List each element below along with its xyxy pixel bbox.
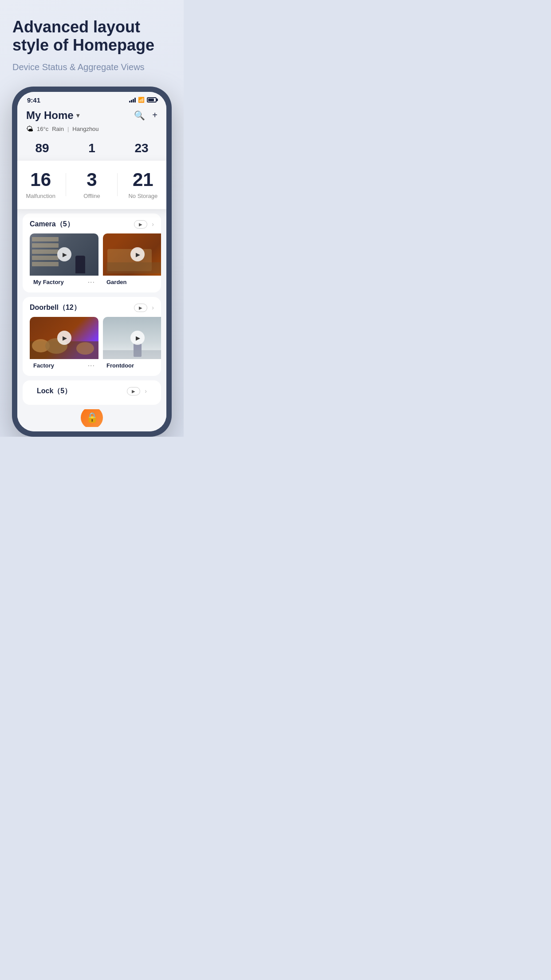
camera-name-garden: Garden: [106, 279, 127, 285]
camera-label-garden: Garden ···: [103, 276, 161, 288]
spice-pile-3: [76, 342, 94, 355]
factory-shelf: [32, 237, 59, 270]
weather-condition: Rain: [52, 126, 64, 132]
stat-item-2: 1: [67, 141, 117, 155]
camera-card-garden[interactable]: ▶ Garden ···: [103, 233, 161, 288]
camera-card-factory[interactable]: ▶ My Factory ···: [30, 233, 98, 288]
phone-mockup: 9:41 📶: [12, 87, 172, 437]
stat-item-3: 23: [117, 141, 166, 155]
stat-number-3: 23: [117, 141, 166, 155]
orange-hint-section: 🔒: [17, 409, 166, 427]
weather-bar: 🌤 16°c Rain | Hangzhou: [17, 124, 166, 138]
battery-fill: [148, 99, 154, 101]
chevron-down-icon: ▾: [76, 112, 79, 119]
play-triangle-icon-frontdoor: ▶: [136, 335, 140, 341]
signal-bar-1: [129, 101, 130, 103]
no-storage-stat: 21 No Storage: [118, 170, 166, 199]
malfunction-label: Malfunction: [17, 193, 66, 199]
play-icon: ▶: [139, 222, 142, 227]
signal-icon: [129, 97, 136, 103]
lock-section-title: Lock（5）: [37, 387, 71, 396]
malfunction-stat: 16 Malfunction: [17, 170, 66, 199]
camera-chevron-right-icon[interactable]: ›: [152, 221, 154, 228]
camera-section-card: Camera（5） ▶ ›: [23, 213, 161, 292]
doorbell-section-card: Doorbell（12） ▶ ›: [23, 297, 161, 376]
weather-icon: 🌤: [26, 125, 33, 133]
headline-section: Advanced layout style of Homepage Device…: [0, 0, 184, 87]
camera-name-factory: My Factory: [33, 279, 64, 285]
doorbell-thumb-frontdoor: ▶: [103, 317, 161, 359]
doorbell-section-actions: ▶ ›: [134, 304, 154, 312]
lock-chevron-right-icon[interactable]: ›: [145, 387, 147, 395]
offline-number: 3: [66, 170, 117, 189]
shelf-row-4: [32, 256, 59, 260]
signal-bar-2: [131, 100, 132, 103]
garden-sofa-base: [106, 262, 161, 273]
doorbell-scroll[interactable]: ▶ Factory ···: [23, 317, 161, 371]
signal-bar-3: [133, 99, 134, 103]
device-section: Camera（5） ▶ ›: [17, 213, 166, 431]
shelf-row-1: [32, 237, 59, 241]
camera-section-actions: ▶ ›: [134, 220, 154, 229]
offline-stat: 3 Offline: [66, 170, 117, 199]
camera-scroll[interactable]: ▶ My Factory ···: [23, 233, 161, 288]
camera-thumb-factory: ▶: [30, 233, 98, 276]
doorbell-label-factory: Factory ···: [30, 359, 98, 371]
camera-more-icon-factory[interactable]: ···: [88, 278, 95, 286]
play-circle-factory: ▶: [57, 247, 71, 261]
status-icons: 📶: [129, 97, 157, 103]
floor-decor: [103, 350, 161, 359]
camera-thumb-garden: ▶: [103, 233, 161, 276]
shelf-row-2: [32, 243, 59, 248]
doorbell-play-icon: ▶: [139, 305, 142, 310]
app-header: My Home ▾ 🔍 +: [17, 106, 166, 124]
doorbell-card-factory[interactable]: ▶ Factory ···: [30, 317, 98, 371]
play-circle-frontdoor: ▶: [130, 331, 145, 345]
headline-subtitle: Device Status & Aggregate Views: [12, 61, 171, 73]
doorbell-name-frontdoor: Frontdoor: [106, 362, 134, 369]
no-storage-number: 21: [118, 170, 166, 189]
doorbell-more-icon-factory[interactable]: ···: [88, 362, 95, 370]
stat-item-1: 89: [17, 141, 67, 155]
doorbell-section-title: Doorbell（12）: [30, 303, 81, 312]
status-bar: 9:41 📶: [17, 92, 166, 106]
shelf-row-3: [32, 249, 59, 254]
stats-section: 89 1 23: [17, 138, 166, 161]
lock-section-card: Lock（5） ▶ ›: [23, 380, 161, 405]
battery-icon: [147, 97, 157, 103]
no-storage-label: No Storage: [118, 193, 166, 199]
factory-person-figure: [75, 256, 85, 273]
wifi-icon: 📶: [138, 97, 145, 103]
lock-icon: 🔒: [81, 409, 103, 427]
play-circle-doorbell-factory: ▶: [57, 331, 71, 345]
doorbell-name-factory: Factory: [33, 362, 54, 369]
doorbell-section-header: Doorbell（12） ▶ ›: [23, 303, 161, 317]
play-triangle-icon-garden: ▶: [136, 251, 140, 258]
play-circle-garden: ▶: [130, 247, 145, 261]
offline-label: Offline: [66, 193, 117, 199]
phone-shell: 9:41 📶: [12, 87, 172, 437]
header-actions: 🔍 +: [134, 110, 157, 121]
lock-section-actions: ▶ ›: [127, 387, 147, 395]
stat-number-2: 1: [67, 141, 117, 155]
doorbell-label-frontdoor: Frontdoor ···: [103, 359, 161, 371]
lock-play-all-button[interactable]: ▶: [127, 387, 140, 395]
weather-location: Hangzhou: [72, 126, 98, 132]
status-time: 9:41: [27, 96, 40, 104]
home-title-container[interactable]: My Home ▾: [26, 109, 79, 122]
shelf-row-5: [32, 262, 59, 266]
weather-divider: |: [67, 126, 69, 132]
doorbell-thumb-factory: ▶: [30, 317, 98, 359]
play-triangle-icon: ▶: [63, 251, 67, 258]
add-icon[interactable]: +: [152, 110, 157, 120]
camera-label-factory: My Factory ···: [30, 276, 98, 288]
camera-play-all-button[interactable]: ▶: [134, 220, 147, 229]
doorbell-card-frontdoor[interactable]: ▶ Frontdoor ···: [103, 317, 161, 371]
search-icon[interactable]: 🔍: [134, 110, 145, 121]
doorbell-chevron-right-icon[interactable]: ›: [152, 304, 154, 311]
phone-screen: 9:41 📶: [17, 92, 166, 431]
home-name-label: My Home: [26, 109, 74, 122]
headline-title: Advanced layout style of Homepage: [12, 18, 171, 55]
doorbell-play-all-button[interactable]: ▶: [134, 304, 147, 312]
signal-bar-4: [134, 98, 136, 103]
